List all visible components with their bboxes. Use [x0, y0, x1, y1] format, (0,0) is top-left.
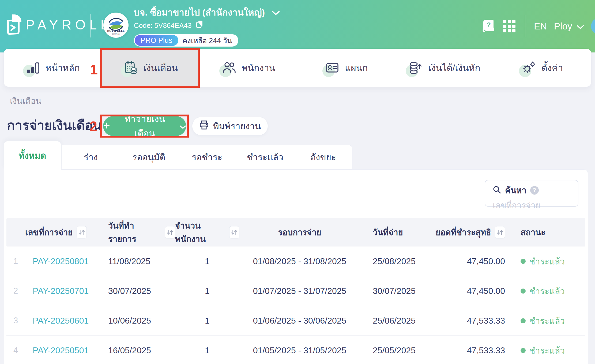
status-cell: ชำระแล้ว	[507, 344, 585, 357]
status-dot	[521, 289, 526, 294]
table-row: 2 PAY-20250701 30/07/2025 1 01/07/2025 -…	[6, 276, 585, 306]
row-number: 4	[6, 346, 25, 355]
table-row: 1 PAY-20250801 11/08/2025 1 01/08/2025 -…	[6, 247, 585, 276]
tab-draft[interactable]: ร่าง	[62, 145, 120, 169]
gear-icon	[522, 60, 536, 75]
svg-text:COMPANY: COMPANY	[112, 33, 120, 35]
status-cell: ชำระแล้ว	[507, 255, 585, 268]
sort-icon[interactable]	[77, 226, 87, 238]
print-report-label: พิมพ์รายงาน	[213, 119, 261, 133]
plan-badge: PRO Plus	[135, 35, 178, 46]
status-badge: ชำระแล้ว	[529, 284, 565, 298]
pay-id-link[interactable]: PAY-20250701	[33, 286, 89, 296]
nav-item-settings[interactable]: ตั้งค่า	[493, 49, 591, 87]
nav-item-departments[interactable]: แผนก	[298, 49, 396, 87]
date-created-cell: 10/06/2025	[89, 316, 175, 326]
brand-divider	[91, 14, 91, 37]
employee-count-cell: 1	[175, 286, 239, 296]
nav-label: เงินได้/เงินหัก	[428, 60, 480, 75]
tab-paid[interactable]: ชำระแล้ว	[236, 145, 294, 169]
printer-icon	[199, 120, 209, 132]
status-badge: ชำระแล้ว	[529, 314, 565, 328]
column-label: สถานะ	[521, 226, 545, 239]
create-payroll-button[interactable]: + ทำจ่ายเงินเดือน	[103, 116, 186, 136]
column-label: จำนวนพนักงาน	[175, 219, 225, 246]
svg-text:?: ?	[487, 21, 491, 29]
annotation-number-step1: 1	[90, 62, 98, 78]
nav-item-payroll[interactable]: เงินเดือน	[102, 49, 200, 87]
bar-chart-icon	[26, 60, 40, 75]
net-amount-cell: 47,533.33	[427, 316, 507, 326]
nav-item-income-deductions[interactable]: เงินได้/เงินหัก	[396, 49, 494, 87]
net-amount-cell: 47,450.00	[427, 286, 507, 296]
status-cell: ชำระแล้ว	[507, 314, 585, 328]
pay-id-link[interactable]: PAY-20250501	[33, 346, 89, 355]
help-book-icon[interactable]: ?	[481, 19, 495, 33]
net-amount-cell: 47,450.00	[427, 256, 507, 266]
nav-item-home[interactable]: หน้าหลัก	[4, 49, 102, 87]
date-created-cell: 16/05/2025	[89, 346, 175, 355]
search-input[interactable]: ค้นหา ? เลขที่การจ่าย	[485, 180, 578, 207]
tab-all[interactable]: ทั้งหมด	[4, 141, 61, 170]
pay-date-cell: 30/07/2025	[360, 286, 427, 296]
pay-period-cell: 01/07/2025 - 31/07/2025	[239, 286, 360, 296]
nav-item-employees[interactable]: พนักงาน	[199, 49, 298, 87]
copy-icon[interactable]	[196, 20, 204, 31]
row-number: 1	[6, 256, 25, 266]
id-card-icon	[325, 60, 340, 75]
status-dot	[521, 259, 526, 264]
nav-label: ตั้งค่า	[541, 60, 563, 75]
sort-icon[interactable]	[495, 226, 505, 238]
search-help-icon[interactable]: ?	[530, 186, 539, 195]
search-placeholder: เลขที่การจ่าย	[493, 199, 578, 212]
sort-icon[interactable]	[229, 226, 239, 238]
net-amount-cell: 47,533.33	[427, 346, 507, 355]
nav-label: แผนก	[345, 60, 368, 75]
sort-icon[interactable]	[165, 226, 175, 238]
table-row: 4 PAY-20250501 16/05/2025 1 01/05/2025 -…	[6, 336, 585, 364]
tab-pending-payment[interactable]: รอชำระ	[178, 145, 236, 169]
table-row: 3 PAY-20250601 10/06/2025 1 01/06/2025 -…	[6, 306, 585, 336]
status-dot	[521, 348, 526, 353]
column-label: รอบการจ่าย	[278, 226, 321, 239]
plan-pill: PRO Plus คงเหลือ 244 วัน	[134, 34, 238, 47]
pay-id-link[interactable]: PAY-20250801	[33, 256, 89, 266]
company-name: บจ. ซื้อมาขายไป (สำนักงานใหญ่)	[134, 5, 265, 19]
page-title: การจ่ายเงินเดือน	[7, 115, 102, 135]
pay-id-link[interactable]: PAY-20250601	[33, 316, 89, 325]
status-cell: ชำระแล้ว	[507, 284, 585, 298]
search-icon	[493, 185, 501, 195]
status-tabs: ทั้งหมด ร่าง รออนุมัติ รอชำระ ชำระแล้ว ถ…	[4, 141, 352, 169]
payroll-logo-text: PAYROLL	[26, 16, 112, 34]
create-payroll-label: ทำจ่ายเงินเดือน	[114, 112, 175, 141]
breadcrumb: เงินเดือน	[10, 94, 41, 108]
user-menu[interactable]: Ploy	[554, 21, 584, 32]
row-number: 2	[6, 286, 25, 296]
table-body: 1 PAY-20250801 11/08/2025 1 01/08/2025 -…	[6, 247, 585, 364]
column-label: วันที่จ่าย	[373, 226, 403, 239]
avatar[interactable]: P	[591, 18, 595, 35]
table-header: เลขที่การจ่าย วันที่ทำรายการ จำนวนพนักงา…	[6, 218, 585, 247]
language-switcher[interactable]: EN	[534, 21, 547, 32]
employee-count-cell: 1	[175, 316, 239, 326]
employee-count-cell: 1	[175, 346, 239, 355]
pay-date-cell: 25/08/2025	[360, 256, 427, 266]
status-badge: ชำระแล้ว	[529, 344, 565, 357]
column-label: วันที่ทำรายการ	[108, 219, 161, 246]
nav-label: หน้าหลัก	[46, 60, 80, 75]
company-logo: BUY & SELL COMPANY	[103, 13, 129, 38]
print-report-button[interactable]: พิมพ์รายงาน	[192, 117, 268, 135]
row-number: 3	[6, 316, 25, 325]
pay-period-cell: 01/05/2025 - 31/05/2025	[239, 346, 360, 355]
chevron-down-icon	[577, 21, 584, 32]
chevron-down-icon	[180, 121, 186, 131]
employee-count-cell: 1	[175, 256, 239, 266]
apps-grid-icon[interactable]	[502, 19, 516, 33]
company-switcher[interactable]: บจ. ซื้อมาขายไป (สำนักงานใหญ่)	[134, 5, 280, 19]
tab-trash[interactable]: ถังขยะ	[294, 145, 352, 169]
user-name: Ploy	[554, 21, 572, 32]
tab-pending-approval[interactable]: รออนุมัติ	[120, 145, 178, 169]
column-label: เลขที่การจ่าย	[25, 226, 73, 239]
coins-icon	[408, 60, 423, 75]
pay-period-cell: 01/06/2025 - 30/06/2025	[239, 316, 360, 326]
